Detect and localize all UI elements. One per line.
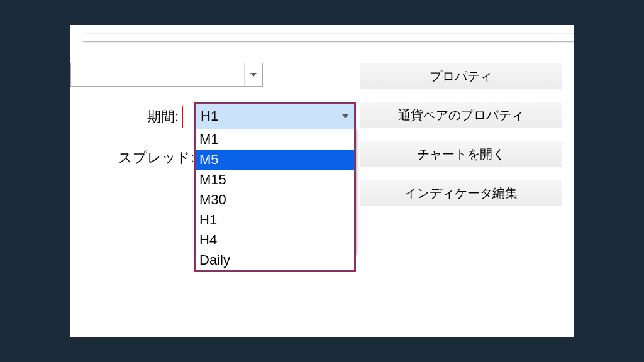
properties-button[interactable]: プロパティ (360, 63, 562, 89)
period-option[interactable]: M30 (196, 190, 354, 210)
period-dropdown[interactable]: M1 M5 M15 M30 H1 H4 Daily (195, 129, 355, 271)
period-option[interactable]: Daily (196, 250, 354, 270)
chevron-down-icon (244, 63, 262, 86)
chevron-down-icon (336, 104, 354, 129)
period-option[interactable]: H1 (196, 210, 354, 230)
open-chart-button[interactable]: チャートを開く (360, 141, 562, 167)
edit-indicator-button[interactable]: インディケータ編集 (360, 180, 562, 206)
period-option[interactable]: M15 (196, 170, 354, 190)
separator (83, 41, 574, 43)
period-combobox[interactable]: H1 (195, 103, 355, 129)
period-combobox-value: H1 (201, 108, 218, 124)
dialog-panel: プロパティ 通貨ペアのプロパティ チャートを開く インディケータ編集 期間: ス… (70, 25, 574, 337)
symbol-combobox[interactable] (70, 63, 263, 87)
separator (83, 33, 574, 34)
symbol-properties-button[interactable]: 通貨ペアのプロパティ (360, 102, 562, 128)
period-label: 期間: (143, 106, 183, 128)
period-combobox-annotation: H1 M1 M5 M15 M30 H1 H4 Daily (194, 102, 356, 272)
period-option[interactable]: H4 (196, 230, 354, 250)
period-option[interactable]: M5 (196, 150, 354, 170)
spread-label: スプレッド: (118, 148, 194, 167)
period-option[interactable]: M1 (196, 129, 354, 150)
